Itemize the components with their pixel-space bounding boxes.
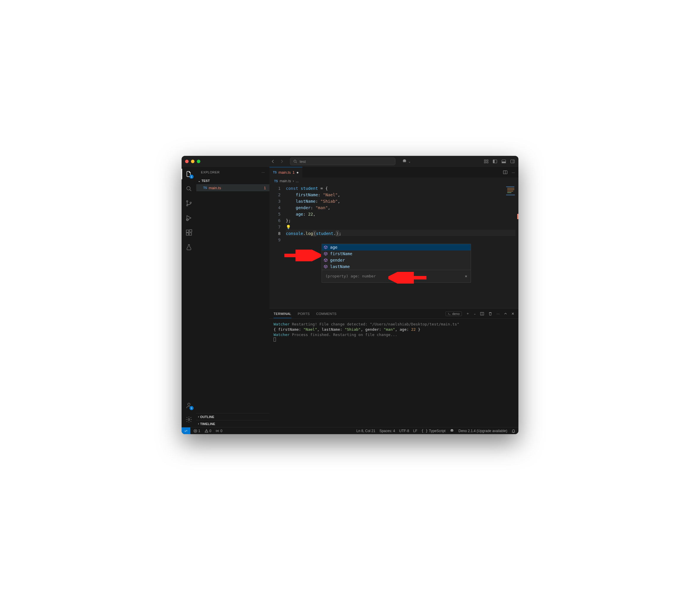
activity-explorer[interactable]: 1 (185, 170, 193, 178)
more-icon[interactable]: ··· (496, 312, 500, 315)
line-numbers: 1 2 3 4 5 6 7 8 9 (270, 185, 286, 308)
svg-rect-19 (190, 230, 192, 232)
activity-extensions[interactable] (185, 228, 193, 237)
dirty-indicator-icon: ● (296, 170, 299, 175)
svg-rect-8 (502, 162, 506, 163)
terminal-text: "/Users/naelshiab/Desktop/test/main.ts" (370, 322, 459, 326)
toggle-panel-icon[interactable] (501, 159, 506, 164)
line-number: 6 (270, 217, 281, 224)
file-name: main.ts (209, 186, 221, 190)
panel-tab-ports[interactable]: PORTS (298, 312, 310, 315)
vscode-window: test ⌄ 1 (182, 156, 518, 434)
new-terminal-icon[interactable]: ＋ (466, 311, 470, 316)
split-terminal-icon[interactable] (480, 312, 484, 316)
suggest-item[interactable]: age (322, 244, 471, 251)
tabs-row: TS main.ts 1 ● ··· (270, 167, 518, 178)
terminal-output[interactable]: Watcher Restarting! File change detected… (270, 319, 518, 427)
nav-back-icon[interactable] (271, 159, 275, 164)
toggle-primary-sidebar-icon[interactable] (493, 159, 497, 164)
field-icon (324, 252, 328, 256)
status-eol[interactable]: LF (413, 429, 417, 433)
editor-body[interactable]: 1 2 3 4 5 6 7 8 9 const student = { firs… (270, 185, 518, 308)
line-number: 9 (270, 237, 281, 243)
suggest-item[interactable]: firstName (322, 251, 471, 257)
copilot-status-icon[interactable] (449, 428, 454, 433)
code-token: student (301, 186, 318, 191)
code-token: 22 (308, 212, 313, 216)
breadcrumb-file: main.ts (280, 179, 291, 183)
editor-tab[interactable]: TS main.ts 1 ● (270, 167, 303, 178)
status-encoding[interactable]: UTF-8 (399, 429, 409, 433)
maximize-panel-icon[interactable] (504, 312, 507, 315)
activity-run-debug[interactable] (185, 214, 193, 222)
panel-tabs: TERMINAL PORTS COMMENTS deno ＋ ⌄ ··· (270, 309, 518, 319)
suggest-label: firstName (330, 251, 353, 257)
annotation-arrow-left (283, 250, 321, 261)
terminal-profile[interactable]: deno (445, 311, 462, 316)
more-actions-icon[interactable]: ··· (512, 170, 515, 175)
status-lncol[interactable]: Ln 8, Col 21 (357, 429, 376, 433)
status-problems[interactable]: 1 0 0 (190, 429, 225, 433)
svg-rect-6 (493, 160, 495, 163)
activity-search[interactable] (185, 185, 193, 193)
activity-settings[interactable] (185, 415, 193, 424)
split-editor-icon[interactable] (503, 170, 508, 175)
folder-header[interactable]: ⌄ TEST (196, 177, 270, 184)
remote-indicator[interactable] (182, 427, 190, 434)
titlebar: test ⌄ (182, 156, 518, 167)
status-deno[interactable]: Deno 2.1.4 (Upgrade available) (459, 429, 507, 433)
sidebar-more-icon[interactable]: ··· (262, 171, 265, 174)
typescript-icon: TS (274, 180, 278, 183)
chevron-down-icon[interactable]: ⌄ (474, 312, 476, 315)
minimize-window-button[interactable] (191, 160, 194, 163)
sidebar-title: EXPLORER (201, 171, 220, 174)
status-warnings-count: 0 (209, 429, 211, 433)
line-number: 7 (270, 224, 281, 230)
status-language[interactable]: { } TypeScript (421, 429, 445, 433)
svg-point-13 (187, 205, 188, 206)
code-token: const (286, 186, 298, 191)
code-token: "man" (315, 205, 328, 210)
timeline-section[interactable]: › TIMELINE (196, 420, 270, 427)
field-icon (324, 245, 328, 249)
code-area[interactable]: const student = { firstName: "Nael", las… (286, 185, 518, 308)
panel: TERMINAL PORTS COMMENTS deno ＋ ⌄ ··· (270, 308, 518, 427)
svg-rect-3 (484, 162, 486, 163)
notifications-icon[interactable] (511, 429, 515, 433)
command-center[interactable]: test (290, 158, 395, 165)
terminal-text: "man" (384, 327, 395, 331)
panel-tab-terminal[interactable]: TERMINAL (274, 312, 291, 318)
terminal-text: } (416, 327, 420, 331)
layout-customize-icon[interactable] (484, 159, 489, 164)
line-number: 2 (270, 192, 281, 198)
status-ports[interactable]: 0 (215, 429, 222, 433)
minimap[interactable] (505, 186, 517, 221)
explorer-badge: 1 (190, 175, 194, 179)
suggest-item[interactable]: gender (322, 257, 471, 263)
outline-section[interactable]: › OUTLINE (196, 413, 270, 420)
maximize-window-button[interactable] (197, 160, 200, 163)
activity-testing[interactable] (185, 243, 193, 251)
close-icon[interactable]: ✕ (465, 273, 467, 280)
status-language-name: TypeScript (429, 429, 446, 433)
copilot-button[interactable]: ⌄ (402, 159, 411, 164)
close-window-button[interactable] (185, 160, 189, 163)
breadcrumbs[interactable]: TS main.ts › ... (270, 178, 518, 185)
file-row[interactable]: TS main.ts 1 (196, 184, 270, 191)
nav-forward-icon[interactable] (279, 159, 284, 164)
svg-rect-17 (186, 233, 189, 235)
svg-point-14 (190, 202, 192, 204)
activity-source-control[interactable] (185, 199, 193, 207)
close-panel-icon[interactable]: ✕ (511, 312, 514, 316)
status-spaces[interactable]: Spaces: 4 (379, 429, 395, 433)
breadcrumb-separator: › (293, 179, 294, 183)
svg-rect-2 (487, 160, 488, 161)
panel-tab-comments[interactable]: COMMENTS (316, 312, 336, 315)
kill-terminal-icon[interactable] (488, 312, 492, 316)
lightbulb-icon[interactable]: 💡 (286, 225, 291, 229)
file-problems-count: 1 (264, 186, 267, 190)
svg-point-21 (188, 419, 190, 420)
activity-accounts[interactable]: 1 (185, 401, 193, 409)
toggle-secondary-sidebar-icon[interactable] (510, 159, 515, 164)
suggest-item[interactable]: lastName (322, 263, 471, 270)
